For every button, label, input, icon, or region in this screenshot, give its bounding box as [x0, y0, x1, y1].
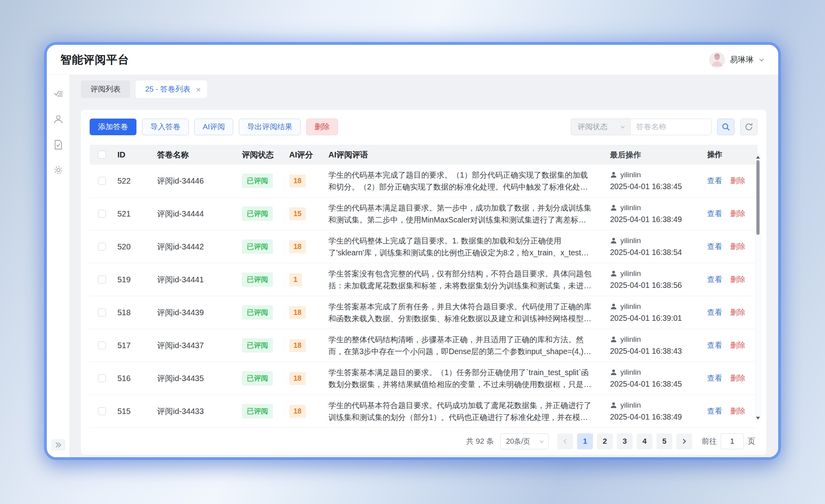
scroll-up-arrow-icon[interactable] — [756, 156, 760, 159]
person-icon — [610, 336, 617, 343]
status-badge: 已评阅 — [242, 207, 273, 221]
delete-button[interactable]: 删除 — [306, 119, 338, 135]
delete-link[interactable]: 删除 — [730, 241, 745, 252]
view-link[interactable]: 查看 — [707, 340, 722, 351]
cell-actions: 查看 删除 — [700, 209, 758, 219]
operation-time: 2025-04-01 16:38:54 — [610, 248, 700, 257]
row-checkbox[interactable] — [98, 177, 106, 185]
cell-id: 515 — [114, 407, 152, 416]
view-link[interactable]: 查看 — [707, 176, 722, 186]
tab-review-list[interactable]: 评阅列表 — [81, 80, 130, 98]
cell-answer-name: 评阅id-34435 — [152, 373, 237, 384]
view-link[interactable]: 查看 — [707, 373, 722, 383]
add-answer-button[interactable]: 添加答卷 — [90, 119, 136, 135]
score-badge: 18 — [289, 174, 306, 188]
view-link[interactable]: 查看 — [707, 274, 722, 285]
person-icon — [610, 369, 617, 376]
tab-bar: 评阅列表 25 - 答卷列表 × — [81, 80, 766, 98]
cell-actions: 查看 删除 — [700, 406, 758, 416]
user-icon — [53, 114, 64, 125]
page-button-2[interactable]: 2 — [597, 433, 613, 449]
chevron-right-icon — [681, 438, 687, 445]
page-button-1[interactable]: 1 — [577, 433, 593, 449]
cell-actions: 查看 删除 — [700, 373, 758, 383]
select-all-checkbox[interactable] — [98, 151, 106, 159]
cell-answer-name: 评阅id-34442 — [152, 241, 237, 252]
row-checkbox[interactable] — [98, 374, 106, 382]
export-results-button[interactable]: 导出评阅结果 — [239, 119, 301, 135]
table-row: 517 评阅id-34437 已评阅 18 学生的整体代码结构清晰，步骤基本正确… — [90, 329, 758, 362]
sidebar — [47, 75, 70, 457]
operator-name: yilinlin — [620, 236, 641, 245]
delete-link[interactable]: 删除 — [730, 176, 745, 186]
person-icon — [610, 303, 617, 310]
tab-label: 25 - 答卷列表 — [145, 84, 190, 94]
sidebar-item-review-list[interactable] — [53, 88, 64, 100]
user-menu[interactable]: 易琳琳 — [709, 52, 765, 68]
view-link[interactable]: 查看 — [707, 406, 722, 416]
delete-link[interactable]: 删除 — [730, 406, 745, 416]
cell-ai-score: 18 — [287, 339, 328, 352]
close-icon[interactable]: × — [196, 85, 201, 94]
delete-link[interactable]: 删除 — [730, 307, 745, 318]
goto-page-input[interactable] — [721, 433, 744, 449]
row-checkbox[interactable] — [98, 309, 106, 316]
sidebar-item-settings[interactable] — [53, 165, 64, 176]
table-row: 515 评阅id-34433 已评阅 18 学生的代码基本符合题目要求。代码成功… — [90, 395, 758, 428]
cell-last-operation: yilinlin 2025-04-01 16:38:49 — [603, 401, 700, 422]
operator-name: yilinlin — [620, 335, 641, 344]
operator-name: yilinlin — [620, 302, 641, 311]
page-size-select[interactable]: 20条/页 — [500, 433, 549, 449]
sidebar-item-users[interactable] — [53, 114, 64, 125]
search-button[interactable] — [717, 119, 735, 135]
next-page-button[interactable] — [676, 433, 692, 449]
search-input[interactable] — [630, 119, 712, 135]
score-badge: 15 — [289, 207, 306, 220]
scrollbar-thumb[interactable] — [756, 160, 760, 235]
status-filter-select[interactable]: 评阅状态 — [571, 119, 630, 135]
row-checkbox[interactable] — [98, 243, 106, 251]
row-checkbox[interactable] — [98, 407, 106, 415]
cell-review-status: 已评阅 — [237, 305, 287, 320]
goto-suffix-label: 页 — [748, 436, 755, 447]
header-answer-name: 答卷名称 — [152, 149, 237, 160]
page-button-4[interactable]: 4 — [637, 433, 652, 449]
cell-id: 522 — [114, 176, 152, 186]
header-ai-comment: AI评阅评语 — [328, 149, 603, 160]
row-checkbox[interactable] — [98, 341, 106, 349]
refresh-button[interactable] — [740, 119, 758, 135]
cell-id: 521 — [114, 209, 152, 218]
row-checkbox[interactable] — [98, 210, 106, 218]
toolbar-actions: 添加答卷 导入答卷 AI评阅 导出评阅结果 删除 — [90, 119, 338, 135]
row-checkbox[interactable] — [98, 276, 106, 284]
page-button-5[interactable]: 5 — [656, 433, 672, 449]
cell-id: 516 — [114, 374, 152, 383]
sidebar-item-documents[interactable] — [53, 139, 64, 150]
score-badge: 18 — [289, 405, 306, 418]
ai-review-button[interactable]: AI评阅 — [194, 119, 233, 135]
cell-review-status: 已评阅 — [237, 207, 287, 221]
delete-link[interactable]: 删除 — [730, 274, 745, 285]
sidebar-collapse-button[interactable] — [51, 439, 65, 451]
view-link[interactable]: 查看 — [707, 307, 722, 318]
delete-link[interactable]: 删除 — [730, 340, 745, 351]
operator-name: yilinlin — [620, 401, 641, 410]
toolbar: 添加答卷 导入答卷 AI评阅 导出评阅结果 删除 评阅状态 — [90, 119, 758, 135]
cell-review-status: 已评阅 — [237, 174, 287, 188]
view-link[interactable]: 查看 — [707, 209, 722, 219]
view-link[interactable]: 查看 — [707, 241, 722, 252]
delete-link[interactable]: 删除 — [730, 209, 745, 219]
status-badge: 已评阅 — [242, 305, 273, 320]
page-button-3[interactable]: 3 — [617, 433, 633, 449]
total-count-label: 共 92 条 — [466, 436, 494, 447]
tab-label: 评阅列表 — [90, 84, 121, 94]
scroll-down-arrow-icon[interactable] — [756, 417, 760, 420]
delete-link[interactable]: 删除 — [730, 373, 745, 383]
prev-page-button[interactable] — [557, 433, 573, 449]
table-row: 522 评阅id-34446 已评阅 18 学生的代码基本完成了题目的要求。（1… — [90, 165, 758, 197]
status-badge: 已评阅 — [242, 338, 273, 353]
cell-answer-name: 评阅id-34446 — [152, 176, 237, 186]
import-answer-button[interactable]: 导入答卷 — [142, 119, 189, 135]
pager: 12345 — [557, 433, 692, 449]
tab-answer-list[interactable]: 25 - 答卷列表 × — [136, 80, 207, 98]
